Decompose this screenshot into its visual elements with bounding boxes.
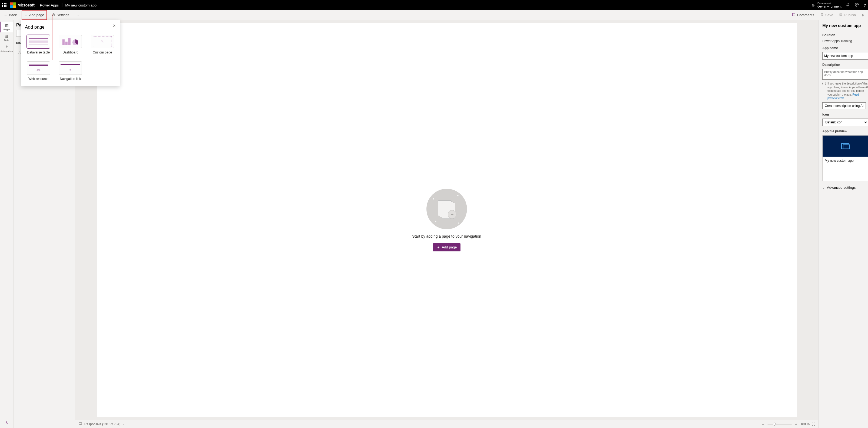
tile-preview-label: App tile preview <box>822 129 868 133</box>
back-arrow-icon: ← <box>4 13 7 17</box>
sparkle-icon: ✦ <box>432 197 435 200</box>
environment-name: dev environment <box>817 5 841 8</box>
add-page-button[interactable]: ＋ Add page <box>23 11 45 19</box>
rail-label-automation: Automation <box>1 50 13 53</box>
canvas-area: ✦ ✦ ✦ ✦ ＋ Start by adding a page to your… <box>75 20 818 428</box>
notifications-icon[interactable] <box>846 3 850 7</box>
description-input[interactable] <box>822 69 868 80</box>
svg-point-3 <box>6 422 7 423</box>
description-info-text: If you leave the description of this app… <box>828 82 868 96</box>
card-label: Custom page <box>93 51 112 54</box>
brand-label: Microsoft <box>18 3 35 7</box>
back-label: Back <box>9 13 17 17</box>
add-page-hero-button[interactable]: ＋ Add page <box>433 243 461 252</box>
appname-label: App name <box>822 46 868 50</box>
card-label: Dataverse table <box>27 51 50 54</box>
description-info: i If you leave the description of this a… <box>822 82 868 100</box>
plus-icon: ＋ <box>437 245 440 250</box>
solution-value: Power Apps Training <box>822 39 868 43</box>
plus-circle-icon: ＋ <box>448 210 457 219</box>
page-type-dataverse[interactable]: Dataverse table <box>25 34 52 55</box>
svg-rect-2 <box>840 13 842 15</box>
comment-icon <box>792 13 796 17</box>
play-button[interactable] <box>861 12 865 18</box>
play-icon <box>862 13 864 17</box>
publish-button[interactable]: Publish <box>838 12 857 19</box>
page-type-custom[interactable]: ✎ Custom page <box>89 34 116 55</box>
empty-state-text: Start by adding a page to your navigatio… <box>412 234 481 238</box>
card-label: Navigation link <box>60 77 81 81</box>
app-title[interactable]: My new custom app <box>65 3 97 7</box>
description-label: Description <box>822 63 868 67</box>
icon-label: Icon <box>822 112 868 117</box>
fit-icon[interactable]: ⛶ <box>812 422 815 426</box>
more-icon: ⋯ <box>75 13 79 17</box>
page-type-navigation-link[interactable]: ⚭ Navigation link <box>57 60 84 82</box>
chevron-down-icon[interactable]: ▾ <box>122 423 124 426</box>
close-popup-button[interactable]: ✕ <box>112 23 117 29</box>
icon-select[interactable]: Default icon <box>822 119 868 126</box>
advanced-settings-label: Advanced settings <box>827 186 856 190</box>
rail-label-pages: Pages <box>3 28 10 31</box>
add-page-label: Add page <box>29 13 44 17</box>
canvas: ✦ ✦ ✦ ✦ ＋ Start by adding a page to your… <box>97 23 797 417</box>
svg-point-1 <box>53 14 54 15</box>
data-icon: ▦ <box>0 34 13 38</box>
status-bar: Responsive (1316 x 784) ▾ − + 100 % ⛶ <box>75 420 818 428</box>
create-description-ai-button[interactable]: Create description using AI <box>822 102 866 109</box>
rail-item-automation[interactable]: Automation <box>0 43 13 54</box>
sparkle-icon: ✦ <box>435 220 437 223</box>
zoom-in-button[interactable]: + <box>794 422 798 426</box>
environment-picker[interactable]: ⊕ Environment dev environment <box>811 2 841 8</box>
zoom-out-button[interactable]: − <box>761 422 765 426</box>
nav-rail: ▥ Pages ▦ Data Automation <box>0 20 13 428</box>
app-launcher-icon[interactable] <box>2 3 7 7</box>
responsive-label[interactable]: Responsive (1316 x 784) <box>84 422 120 426</box>
add-page-popup: ✕ Add page Dataverse table Dashboard ✎ C… <box>21 20 120 86</box>
back-button[interactable]: ← Back <box>3 12 18 18</box>
page-type-dashboard[interactable]: Dashboard <box>57 34 84 55</box>
plus-icon: ＋ <box>24 13 28 18</box>
save-icon <box>820 13 824 17</box>
pages-icon: ▥ <box>1 23 13 28</box>
properties-panel: My new custom app Solution Power Apps Tr… <box>818 20 868 428</box>
environment-label: Environment <box>817 2 841 5</box>
microsoft-logo-icon <box>10 2 16 8</box>
app-tile-name: My new custom app <box>823 157 868 181</box>
gear-icon <box>52 13 55 17</box>
empty-state-illustration: ✦ ✦ ✦ ✦ ＋ <box>427 189 467 229</box>
comments-button[interactable]: Comments <box>791 11 815 19</box>
svg-rect-4 <box>79 423 82 425</box>
settings-button[interactable]: Settings <box>51 12 70 19</box>
zoom-percent: 100 % <box>801 422 810 426</box>
rail-item-data[interactable]: ▦ Data <box>0 32 13 43</box>
app-body: ▥ Pages ▦ Data Automation Pages Navigati… <box>0 20 868 428</box>
settings-gear-icon[interactable] <box>855 3 859 7</box>
props-title: My new custom app <box>822 23 868 28</box>
card-label: Web resource <box>28 77 49 81</box>
sparkle-icon: ✦ <box>458 222 459 224</box>
page-type-web-resource[interactable]: </> Web resource <box>25 60 52 82</box>
publish-icon <box>839 13 843 17</box>
advanced-settings-toggle[interactable]: ⌄ Advanced settings <box>822 186 868 190</box>
device-icon[interactable] <box>79 422 82 426</box>
save-button[interactable]: Save <box>819 12 835 19</box>
settings-label: Settings <box>57 13 69 17</box>
rail-item-pages[interactable]: ▥ Pages <box>0 22 13 32</box>
divider: | <box>61 3 62 7</box>
help-icon[interactable]: ? <box>864 3 866 7</box>
environment-icon: ⊕ <box>811 3 815 7</box>
add-page-hero-label: Add page <box>442 245 457 249</box>
zoom-slider[interactable] <box>768 424 792 425</box>
rail-label-data: Data <box>4 39 9 41</box>
popup-title: Add page <box>25 25 116 30</box>
rail-bottom-icon[interactable] <box>5 418 9 428</box>
card-label: Dashboard <box>62 51 79 54</box>
appname-input[interactable] <box>822 52 868 60</box>
tutorial-highlight: ＋ Add page <box>22 10 47 20</box>
product-name[interactable]: Power Apps <box>40 3 59 7</box>
save-label: Save <box>825 13 833 17</box>
info-icon: i <box>822 82 826 85</box>
more-button[interactable]: ⋯ <box>74 12 80 18</box>
solution-label: Solution <box>822 33 868 37</box>
